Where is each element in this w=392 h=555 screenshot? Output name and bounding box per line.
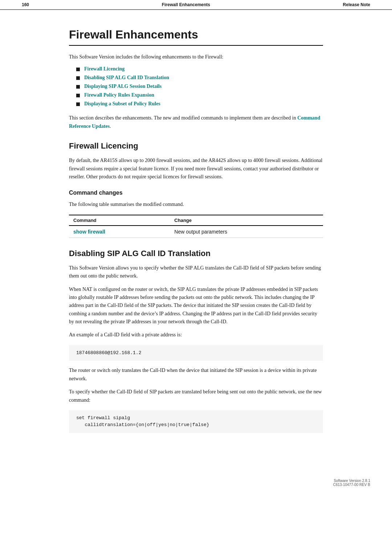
section-note-text: This section describes the enhancements.… [69,115,297,121]
main-title: Firewall Enhancements [69,28,323,46]
command-changes-intro: The following table summarises the modif… [69,200,323,208]
table-header-row: Command Change [69,215,323,226]
intro-paragraph: This Software Version includes the follo… [69,53,323,61]
header-doc-type: Release Note [343,2,370,7]
section-title-disabling-sip-alg: Disabling SIP ALG Call ID Translation [69,249,323,258]
table-cell-change: New output parameters [170,226,323,238]
bullet-icon [76,94,80,97]
bullet-icon [76,68,80,71]
subsection-command-changes: Command changes [69,190,323,196]
bullet-icon [76,102,80,106]
link-disabling-sip-alg[interactable]: Disabling SIP ALG Call ID Translation [84,75,169,81]
list-item: Disabling SIP ALG Call ID Translation [76,75,323,81]
list-item: Firewall Licencing [76,66,323,72]
set-firewall-code-block: set firewall sipalg callidtranslation={o… [69,410,323,433]
link-firewall-licencing[interactable]: Firewall Licencing [84,66,124,72]
table-row: show firewall New output parameters [69,226,323,238]
page-header: 160 Firewall Enhancements Release Note [0,0,392,10]
section-note-end: . [110,123,111,129]
list-item: Displaying SIP ALG Session Details [76,84,323,89]
sip-alg-para-5: To specify whether the Call-ID field of … [69,388,323,404]
link-displaying-subset[interactable]: Displaying a Subset of Policy Rules [84,101,160,107]
page-footer: Software Version 2.8.1 C613-10477-00 REV… [0,475,392,490]
header-section-title: Firewall Enhancements [162,2,210,7]
table-header-command: Command [69,215,170,226]
footer-version: Software Version 2.8.1 [333,479,370,483]
footer-doc-id: C613-10477-00 REV B [333,483,370,487]
command-changes-table: Command Change show firewall New output … [69,215,323,238]
link-show-firewall[interactable]: show firewall [73,229,105,235]
table-header-change: Change [170,215,323,226]
list-item: Firewall Policy Rules Expansion [76,92,323,98]
page-content: Firewall Enhancements This Software Vers… [33,10,359,461]
section-note: This section describes the enhancements.… [69,114,323,130]
sip-alg-para-2: When NAT is configured on the router or … [69,285,323,326]
sip-alg-para-4: The router or switch only translates the… [69,366,323,383]
link-firewall-policy-rules[interactable]: Firewall Policy Rules Expansion [84,92,154,98]
section-title-firewall-licencing: Firewall Licencing [69,141,323,151]
sip-alg-para-1: This Software Version allows you to spec… [69,264,323,280]
command-changes-table-wrapper: Command Change show firewall New output … [69,215,323,238]
page-number: 160 [22,2,29,7]
call-id-example: 18746808860@192.168.1.2 [69,345,323,361]
bullet-icon [76,85,80,89]
firewall-licencing-body: By default, the AR415S allows up to 2000… [69,157,323,181]
link-displaying-sip-alg[interactable]: Displaying SIP ALG Session Details [84,84,162,89]
table-cell-command: show firewall [69,226,170,238]
footer-info: Software Version 2.8.1 C613-10477-00 REV… [333,479,370,487]
list-item: Displaying a Subset of Policy Rules [76,101,323,107]
bullet-icon [76,76,80,80]
sip-alg-para-3: An example of a Call-ID field with a pri… [69,331,323,339]
bullet-list: Firewall Licencing Disabling SIP ALG Cal… [76,66,323,107]
